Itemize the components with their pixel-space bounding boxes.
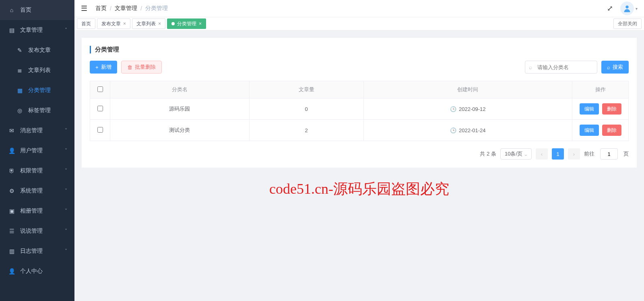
sidebar-item-label: 首页 (20, 6, 31, 14)
avatar-icon (623, 4, 632, 13)
tag-icon: ◎ (16, 107, 23, 114)
batch-delete-button[interactable]: 🗑 批量删除 (121, 61, 162, 74)
close-icon[interactable]: × (123, 21, 126, 27)
edit-label: 编辑 (584, 127, 594, 134)
sidebar-item-tag-manage[interactable]: ◎ 标签管理 (0, 100, 74, 121)
trash-icon: 🗑 (127, 64, 132, 70)
search-icon: ⌕ (607, 64, 610, 70)
edit-label: 编辑 (584, 106, 594, 113)
breadcrumb-section[interactable]: 文章管理 (115, 5, 137, 12)
sidebar-item-talk-manage[interactable]: ☰ 说说管理 ˅ (0, 221, 74, 241)
add-label: 新增 (101, 63, 111, 71)
breadcrumb: 首页 / 文章管理 / 分类管理 (95, 5, 168, 12)
close-all-tabs-button[interactable]: 全部关闭 (613, 18, 642, 29)
delete-button[interactable]: 删除 (602, 125, 621, 136)
avatar[interactable] (620, 2, 634, 15)
sidebar-item-label: 说说管理 (20, 227, 43, 235)
sidebar-item-system-manage[interactable]: ⚙ 系统管理 ˅ (0, 181, 74, 201)
close-all-label: 全部关闭 (618, 20, 637, 27)
sidebar-item-label: 相册管理 (20, 207, 43, 215)
pager-prev-button[interactable]: ‹ (536, 148, 548, 160)
sidebar-item-user-manage[interactable]: 👤 用户管理 ˅ (0, 141, 74, 161)
tab-category-manage[interactable]: 分类管理 × (167, 18, 206, 29)
tab-home[interactable]: 首页 (77, 18, 95, 29)
pager-total: 共 2 条 (480, 150, 496, 158)
chevron-down-icon: ˅ (65, 248, 67, 254)
chevron-down-icon: ˅ (65, 188, 67, 194)
content-area: 分类管理 + 新增 🗑 批量删除 ⌕ (74, 31, 644, 301)
list-icon: ≣ (16, 67, 23, 74)
cell-name: 源码乐园 (110, 98, 250, 120)
edit-button[interactable]: 编辑 (580, 125, 599, 136)
image-icon: ▣ (8, 208, 15, 214)
page-number: 1 (556, 151, 559, 157)
search-button[interactable]: ⌕ 搜索 (601, 61, 629, 74)
search-label: 搜索 (613, 63, 623, 71)
clock-icon: 🕒 (450, 127, 456, 133)
cell-name: 测试分类 (110, 120, 250, 141)
sidebar-item-label: 消息管理 (20, 127, 43, 134)
sidebar-item-label: 日志管理 (20, 248, 43, 255)
sidebar-item-article-manage[interactable]: ▤ 文章管理 ˄ (0, 20, 74, 40)
delete-label: 删除 (607, 106, 617, 113)
sidebar-item-label: 文章管理 (20, 27, 43, 34)
goto-page-input[interactable] (600, 148, 618, 160)
row-checkbox[interactable] (97, 127, 103, 133)
sidebar-item-publish-article[interactable]: ✎ 发布文章 (0, 40, 74, 60)
chevron-left-icon: ‹ (541, 151, 543, 157)
sidebar-item-album-manage[interactable]: ▣ 相册管理 ˅ (0, 201, 74, 221)
pager-page-1[interactable]: 1 (552, 148, 564, 160)
tab-label: 分类管理 (177, 20, 196, 27)
sidebar-item-label: 用户管理 (20, 147, 43, 154)
card: 分类管理 + 新增 🗑 批量删除 ⌕ (82, 38, 637, 168)
category-table: 分类名 文章量 创建时间 操作 源码乐园 0 🕒2022-09-12 (90, 81, 629, 141)
plus-icon: + (95, 64, 99, 70)
chevron-down-icon: ˅ (65, 128, 67, 133)
sidebar-item-article-list[interactable]: ≣ 文章列表 (0, 60, 74, 80)
sidebar-item-message-manage[interactable]: ✉ 消息管理 ˅ (0, 121, 74, 141)
tab-publish-article[interactable]: 发布文章 × (97, 18, 130, 29)
person-icon: 👤 (8, 268, 15, 274)
sidebar-item-category-manage[interactable]: ▦ 分类管理 (0, 80, 74, 100)
tab-label: 文章列表 (136, 20, 156, 27)
sidebar-collapse-button[interactable]: ☰ (81, 4, 87, 13)
sidebar: ⌂ 首页 ▤ 文章管理 ˄ ✎ 发布文章 ≣ 文章列表 ▦ 分类管理 ◎ 标签管… (0, 0, 74, 301)
sidebar-item-home[interactable]: ⌂ 首页 (0, 0, 74, 20)
row-checkbox[interactable] (97, 106, 103, 111)
page-size-select[interactable]: 10条/页 (500, 148, 532, 160)
chevron-up-icon: ˄ (65, 27, 67, 33)
table-row: 测试分类 2 🕒2022-01-24 编辑 删除 (90, 120, 629, 141)
select-all-checkbox[interactable] (97, 86, 103, 92)
sidebar-item-label: 个人中心 (20, 268, 43, 275)
breadcrumb-separator: / (140, 5, 142, 12)
tab-label: 发布文章 (101, 20, 121, 27)
log-icon: ▥ (8, 248, 15, 254)
page-title: 分类管理 (95, 46, 629, 53)
delete-label: 删除 (607, 127, 617, 134)
close-icon[interactable]: × (199, 21, 202, 27)
close-icon[interactable]: × (158, 21, 161, 27)
sidebar-item-log-manage[interactable]: ▥ 日志管理 ˅ (0, 241, 74, 261)
tab-article-list[interactable]: 文章列表 × (132, 18, 165, 29)
breadcrumb-separator: / (110, 5, 111, 12)
mail-icon: ✉ (8, 127, 15, 134)
cell-count: 2 (249, 120, 363, 141)
col-count: 文章量 (249, 81, 363, 98)
pager-next-button[interactable]: › (568, 148, 580, 160)
user-icon: 👤 (8, 147, 15, 154)
active-dot-icon (171, 22, 175, 25)
sidebar-item-label: 发布文章 (28, 47, 51, 54)
sidebar-item-profile[interactable]: 👤 个人中心 (0, 261, 74, 281)
sidebar-item-label: 分类管理 (28, 87, 51, 94)
sidebar-item-permission-manage[interactable]: ⛨ 权限管理 ˅ (0, 161, 74, 181)
fullscreen-icon[interactable]: ⤢ (607, 4, 613, 13)
delete-button[interactable]: 删除 (602, 103, 621, 115)
search-input[interactable] (525, 61, 597, 74)
edit-button[interactable]: 编辑 (580, 103, 599, 115)
col-created: 创建时间 (363, 81, 572, 98)
breadcrumb-home[interactable]: 首页 (95, 5, 107, 12)
goto-label: 前往 (584, 150, 594, 158)
pagination: 共 2 条 10条/页 ‹ 1 › 前往 页 (90, 148, 629, 160)
clock-icon: 🕒 (450, 106, 456, 112)
add-button[interactable]: + 新增 (90, 61, 117, 74)
